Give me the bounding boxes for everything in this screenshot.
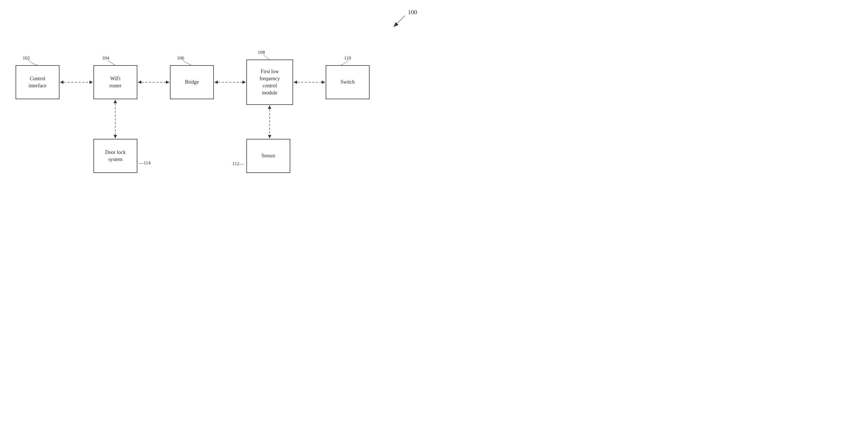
- connections-svg: [0, 0, 434, 218]
- svg-marker-19: [268, 135, 271, 138]
- svg-marker-15: [114, 100, 117, 103]
- control-interface-box: Controlinterface: [16, 65, 59, 99]
- door-lock-box: Door locksystem: [93, 139, 137, 173]
- ref-106: 106: [177, 55, 184, 61]
- switch-label: Switch: [340, 79, 354, 86]
- wifi-router-box: WiFirouter: [93, 65, 137, 99]
- ref-110: 110: [344, 55, 351, 61]
- wifi-router-label: WiFirouter: [109, 75, 122, 89]
- sensor-label: Sensor: [261, 152, 275, 159]
- svg-marker-13: [322, 81, 325, 84]
- svg-marker-12: [294, 81, 297, 84]
- control-interface-label: Controlinterface: [29, 75, 46, 89]
- svg-marker-9: [214, 81, 218, 84]
- bridge-box: Bridge: [170, 65, 214, 99]
- ref-102: 102: [23, 55, 30, 61]
- ref-114: —114: [139, 160, 151, 166]
- first-low-freq-label: First lowfrequencycontrolmodule: [260, 68, 280, 97]
- svg-marker-3: [60, 81, 63, 84]
- svg-marker-6: [138, 81, 141, 84]
- diagram-container: 100: [0, 0, 434, 218]
- ref-112: 112—: [232, 161, 244, 167]
- ref-108: 108: [258, 50, 265, 55]
- first-low-freq-box: First lowfrequencycontrolmodule: [246, 60, 293, 105]
- svg-marker-18: [268, 106, 271, 109]
- svg-marker-7: [166, 81, 169, 84]
- sensor-box: Sensor: [246, 139, 290, 173]
- svg-marker-16: [114, 135, 117, 138]
- door-lock-label: Door locksystem: [105, 149, 125, 163]
- bridge-label: Bridge: [185, 79, 199, 86]
- svg-marker-10: [242, 81, 246, 84]
- ref-104: 104: [102, 55, 109, 61]
- switch-box: Switch: [326, 65, 370, 99]
- svg-marker-4: [90, 81, 93, 84]
